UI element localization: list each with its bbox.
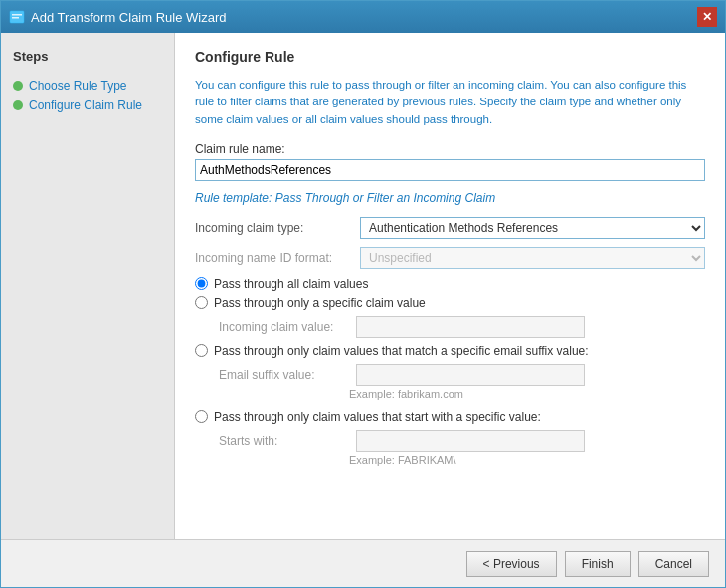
finish-button[interactable]: Finish (565, 551, 631, 577)
starts-with-example-text: Example: FABRIKAM\ (349, 454, 705, 466)
radio-specific-value[interactable] (195, 296, 208, 309)
incoming-name-id-label: Incoming name ID format: (195, 251, 354, 265)
incoming-claim-type-label: Incoming claim type: (195, 221, 354, 235)
sidebar-item-choose-rule-type[interactable]: Choose Rule Type (13, 76, 162, 96)
claim-rule-name-input[interactable] (195, 159, 705, 181)
radio-starts-with-label: Pass through only claim values that star… (214, 410, 541, 424)
title-bar-left: Add Transform Claim Rule Wizard (9, 9, 227, 25)
page-title: Configure Rule (195, 49, 705, 65)
radio-all-values[interactable] (195, 277, 208, 290)
incoming-name-id-row: Incoming name ID format: Unspecified (195, 247, 705, 269)
content-area: Steps Choose Rule Type Configure Claim R… (1, 33, 725, 539)
footer: < Previous Finish Cancel (1, 539, 725, 587)
wizard-window: Add Transform Claim Rule Wizard ✕ Steps … (0, 0, 726, 588)
close-button[interactable]: ✕ (697, 7, 717, 27)
incoming-claim-value-row: Incoming claim value: (219, 316, 705, 338)
email-suffix-label: Email suffix value: (219, 368, 348, 382)
radio-email-suffix[interactable] (195, 344, 208, 357)
claim-rule-name-label: Claim rule name: (195, 142, 705, 156)
rule-template-row: Rule template: Pass Through or Filter an… (195, 191, 705, 205)
incoming-claim-value-label: Incoming claim value: (219, 320, 348, 334)
title-bar: Add Transform Claim Rule Wizard ✕ (1, 1, 725, 33)
svg-rect-1 (12, 14, 22, 16)
incoming-claim-type-row: Incoming claim type: Authentication Meth… (195, 217, 705, 239)
radio-row-4: Pass through only claim values that star… (195, 410, 705, 424)
sidebar-item-choose-rule-type-label: Choose Rule Type (29, 79, 127, 93)
incoming-claim-value-input[interactable] (356, 316, 585, 338)
step1-indicator (13, 81, 23, 91)
previous-button[interactable]: < Previous (466, 551, 557, 577)
starts-with-input[interactable] (356, 430, 585, 452)
email-suffix-input[interactable] (356, 364, 585, 386)
description-text: You can configure this rule to pass thro… (195, 77, 705, 128)
sidebar-item-configure-claim-rule-label: Configure Claim Rule (29, 98, 142, 112)
step2-indicator (13, 100, 23, 110)
sidebar-item-configure-claim-rule[interactable]: Configure Claim Rule (13, 96, 162, 115)
starts-with-row: Starts with: (219, 430, 705, 452)
radio-starts-with[interactable] (195, 410, 208, 423)
email-example-text: Example: fabrikam.com (349, 388, 705, 400)
window-title: Add Transform Claim Rule Wizard (31, 10, 227, 25)
claim-rule-name-group: Claim rule name: (195, 142, 705, 181)
sidebar: Steps Choose Rule Type Configure Claim R… (1, 33, 175, 539)
radio-row-2: Pass through only a specific claim value (195, 296, 705, 310)
radio-row-3: Pass through only claim values that matc… (195, 344, 705, 358)
radio-row-1: Pass through all claim values (195, 277, 705, 291)
svg-rect-2 (12, 17, 19, 19)
rule-template-label: Rule template: (195, 191, 272, 205)
wizard-icon (9, 9, 25, 25)
radio-all-values-label: Pass through all claim values (214, 277, 368, 291)
incoming-name-id-select[interactable]: Unspecified (360, 247, 705, 269)
starts-with-label: Starts with: (219, 434, 348, 448)
email-suffix-row: Email suffix value: (219, 364, 705, 386)
rule-template-value: Pass Through or Filter an Incoming Claim (275, 191, 495, 205)
cancel-button[interactable]: Cancel (638, 551, 709, 577)
radio-specific-value-label: Pass through only a specific claim value (214, 296, 426, 310)
main-panel: Configure Rule You can configure this ru… (175, 33, 725, 539)
radio-email-suffix-label: Pass through only claim values that matc… (214, 344, 589, 358)
sidebar-title: Steps (13, 49, 162, 64)
incoming-claim-type-select[interactable]: Authentication Methods References (360, 217, 705, 239)
